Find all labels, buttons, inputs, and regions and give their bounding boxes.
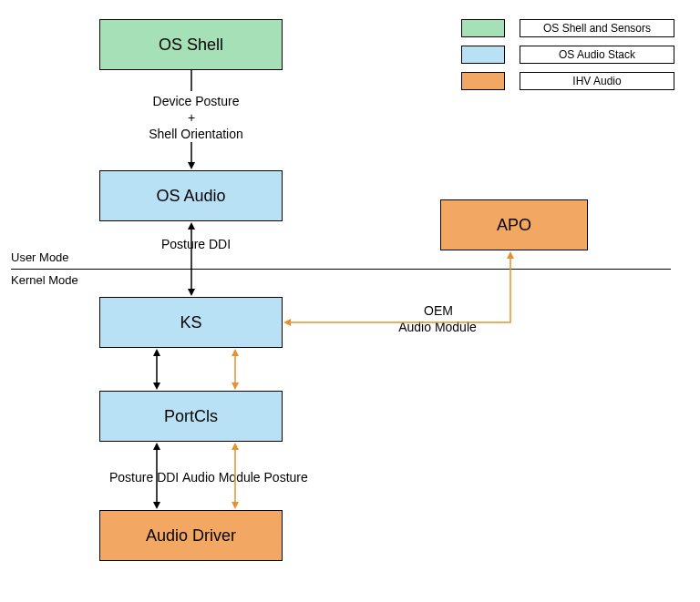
arrow-ks-apo-orange: [285, 253, 510, 322]
arrows-layer: [0, 0, 700, 602]
diagram-canvas: OS Shell and Sensors OS Audio Stack IHV …: [0, 0, 700, 602]
